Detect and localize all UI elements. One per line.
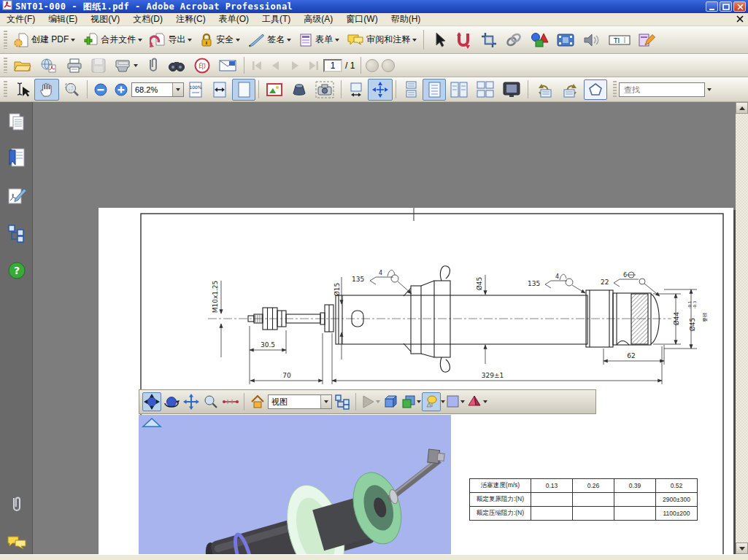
sound-tool-button[interactable]: [579, 29, 605, 51]
full-screen-button[interactable]: [498, 79, 525, 101]
menu-edit[interactable]: 编辑(E): [42, 12, 84, 26]
menu-view[interactable]: 视图(V): [84, 12, 126, 26]
3d-model-tree-button[interactable]: [333, 392, 352, 411]
review-comment-button[interactable]: 审阅和注释: [343, 30, 420, 50]
rotate-cw-button[interactable]: [558, 79, 584, 101]
first-page-button[interactable]: [247, 58, 266, 74]
forms-button[interactable]: 表单: [295, 30, 343, 50]
email-button[interactable]: [215, 56, 241, 75]
find-input[interactable]: [622, 85, 690, 95]
attach-button[interactable]: [142, 55, 163, 77]
bookmarks-panel-button[interactable]: [6, 147, 28, 169]
3d-play-animation-button[interactable]: [360, 394, 380, 410]
3d-background-color-button[interactable]: [446, 394, 465, 409]
combine-files-button[interactable]: 合并文件: [79, 30, 146, 50]
rotate-ccw-button[interactable]: [531, 79, 558, 101]
toolbar-grip[interactable]: [613, 81, 617, 98]
pan-zoom-window-button[interactable]: [287, 79, 312, 100]
next-view-button[interactable]: [382, 59, 395, 72]
toolbar-grip[interactable]: [4, 31, 7, 50]
secure-button[interactable]: 安全: [196, 30, 244, 50]
menu-forms[interactable]: 表单(O): [212, 12, 255, 26]
find-options-dropdown-icon[interactable]: [707, 88, 712, 91]
create-pdf-button[interactable]: 创建 PDF: [9, 30, 79, 50]
signatures-panel-button[interactable]: [6, 185, 28, 207]
3d-views-combo[interactable]: 视图: [268, 394, 332, 409]
fit-page-button[interactable]: [232, 79, 255, 101]
zoom-level-combo[interactable]: 68.2%: [131, 82, 184, 97]
fit-visible-button[interactable]: [368, 79, 393, 101]
export-button[interactable]: 导出: [146, 30, 196, 50]
stamp-seal-button[interactable]: 印: [190, 55, 215, 77]
document-area[interactable]: M10x1.25 Ø15 Ø45 135 4 135 4 22 6 30.5 7…: [33, 102, 736, 554]
article-tool-button[interactable]: [450, 29, 477, 51]
3d-measure-tool-button[interactable]: [221, 392, 240, 411]
print-output-button[interactable]: [110, 55, 142, 76]
scrolling-mode-button[interactable]: [399, 79, 423, 101]
comments-panel-button[interactable]: [6, 532, 28, 554]
two-up-button[interactable]: [446, 79, 472, 101]
trap-pentagon-button[interactable]: [584, 79, 607, 100]
print-button[interactable]: [62, 55, 87, 76]
create-pdf-from-web-button[interactable]: [36, 55, 62, 76]
3d-viewport[interactable]: [139, 415, 451, 560]
single-page-button[interactable]: [423, 79, 446, 101]
select-tool-button[interactable]: [427, 29, 450, 51]
3d-projection-button[interactable]: [381, 392, 400, 411]
menu-window[interactable]: 窗口(W): [339, 12, 384, 26]
attachments-panel-button[interactable]: [6, 494, 28, 516]
edit-object-button[interactable]: [262, 79, 287, 100]
menu-file[interactable]: 文件(F): [0, 12, 42, 26]
menu-document[interactable]: 文档(D): [126, 12, 169, 26]
sign-button[interactable]: 签名: [244, 30, 295, 50]
3d-zoom-tool-button[interactable]: [201, 392, 220, 411]
search-button[interactable]: [163, 55, 190, 76]
scroll-up-button[interactable]: [736, 102, 748, 114]
previous-view-button[interactable]: [366, 59, 379, 72]
pages-panel-button[interactable]: [6, 111, 28, 133]
hand-tool-button[interactable]: [34, 79, 59, 101]
crop-tool-button[interactable]: [477, 29, 501, 51]
next-page-button[interactable]: [285, 58, 304, 74]
text-field-tool-button[interactable]: TI: [605, 29, 634, 51]
fit-width-page-button[interactable]: [344, 79, 368, 101]
toolbar-close-icon[interactable]: [736, 15, 744, 25]
toolbar-grip[interactable]: [4, 81, 7, 98]
open-button[interactable]: [9, 55, 36, 76]
3d-lighting-button[interactable]: [422, 392, 441, 411]
form-edit-tool-button[interactable]: [634, 29, 660, 51]
fit-width-button[interactable]: [207, 79, 232, 101]
two-up-continuous-button[interactable]: [472, 79, 498, 101]
prev-page-button[interactable]: [266, 58, 285, 74]
maximize-button[interactable]: [720, 1, 732, 12]
last-page-button[interactable]: [304, 58, 323, 74]
zoom-out-button[interactable]: [90, 81, 111, 98]
select-text-tool-button[interactable]: [9, 79, 34, 101]
page-number-input[interactable]: [323, 59, 342, 72]
find-box[interactable]: [619, 82, 705, 97]
3d-tool-button[interactable]: [526, 29, 552, 51]
snapshot-tool-button[interactable]: [312, 79, 338, 101]
toolbar-grip[interactable]: [4, 58, 7, 74]
scroll-down-button[interactable]: [736, 542, 748, 554]
how-to-panel-button[interactable]: ?: [6, 260, 28, 281]
actual-size-button[interactable]: 100%: [184, 79, 207, 101]
zoom-marquee-tool-button[interactable]: [59, 79, 84, 101]
3d-default-view-button[interactable]: [248, 392, 267, 411]
menu-advanced[interactable]: 高级(A): [297, 12, 339, 26]
close-button[interactable]: [733, 1, 746, 12]
3d-rotate-tool-button[interactable]: [142, 392, 161, 411]
3d-render-mode-button[interactable]: [401, 394, 421, 410]
movie-tool-button[interactable]: [552, 29, 579, 51]
minimize-button[interactable]: [706, 1, 718, 12]
vertical-scrollbar[interactable]: [736, 102, 748, 554]
menu-tools[interactable]: 工具(T): [255, 12, 297, 26]
save-button[interactable]: [87, 55, 110, 76]
zoom-in-button[interactable]: [111, 81, 131, 98]
3d-pan-tool-button[interactable]: [182, 392, 201, 411]
layers-panel-button[interactable]: [6, 222, 28, 244]
3d-spin-tool-button[interactable]: [162, 392, 181, 411]
menu-comments[interactable]: 注释(C): [169, 12, 212, 26]
menu-help[interactable]: 帮助(H): [385, 12, 428, 26]
link-tool-button[interactable]: [501, 29, 526, 51]
